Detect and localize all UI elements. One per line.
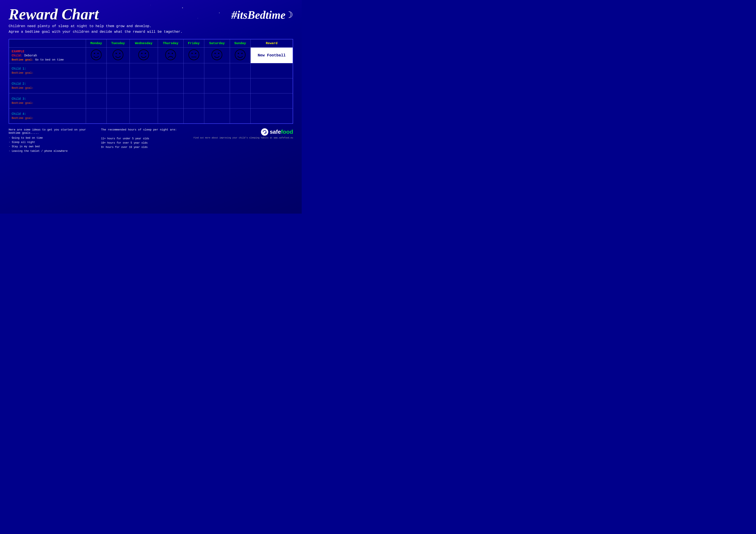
child4-wednesday <box>129 109 158 124</box>
child4-label: Child 4: <box>12 112 83 115</box>
col-header-reward: Reward <box>251 39 293 48</box>
child1-saturday <box>204 63 230 78</box>
example-saturday <box>204 48 230 63</box>
safefood-brand-text: safefood <box>270 129 293 135</box>
child1-label-cell: Child 1: Bedtime goal: <box>9 63 86 78</box>
svg-point-10 <box>168 53 170 54</box>
safefood-tagline: Find out more about improving your child… <box>194 137 293 139</box>
svg-point-9 <box>166 50 176 60</box>
page-title: Reward Chart <box>9 7 99 22</box>
child3-wednesday <box>129 93 158 109</box>
safefood-logo: safefood <box>261 128 293 136</box>
footer-idea-3: · Stay in my own bed <box>9 144 93 149</box>
child3-label-cell: Child 3: Bedtime goal: <box>9 93 86 109</box>
smiley-tuesday <box>112 49 124 61</box>
footer-idea-4: · Leaving the tablet / phone elsewhere <box>9 149 93 153</box>
child1-reward <box>251 63 293 78</box>
child1-goal-label: Bedtime goal: <box>12 71 83 74</box>
child4-label-cell: Child 4: Bedtime goal: <box>9 109 86 124</box>
footer-sleep-title: The recommended hours of sleep per night… <box>101 128 185 131</box>
svg-point-1 <box>94 53 95 54</box>
child2-friday <box>183 78 204 93</box>
child1-label: Child 1: <box>12 67 83 70</box>
svg-point-7 <box>141 53 143 54</box>
child4-tuesday <box>106 109 129 124</box>
footer-sleep-2: 10+ hours for over 5 year olds <box>101 141 185 145</box>
svg-point-0 <box>91 50 101 60</box>
col-header-tuesday: Tuesday <box>106 39 129 48</box>
child2-tuesday <box>106 78 129 93</box>
child1-wednesday <box>129 63 158 78</box>
smiley-monday <box>90 49 102 61</box>
example-goal-label: Bedtime goal: Go to bed on time <box>12 58 83 62</box>
svg-point-19 <box>235 50 245 60</box>
neutral-friday <box>188 49 200 61</box>
svg-point-13 <box>191 53 193 54</box>
child1-friday <box>183 63 204 78</box>
example-tuesday <box>106 48 129 63</box>
footer-branding: safefood Find out more about improving y… <box>194 128 293 139</box>
child1-thursday <box>158 63 183 78</box>
child4-thursday <box>158 109 183 124</box>
child2-thursday <box>158 78 183 93</box>
svg-point-3 <box>113 50 123 60</box>
star-5: · <box>150 4 151 6</box>
col-header-saturday: Saturday <box>204 39 230 48</box>
example-sunday <box>230 48 251 63</box>
child2-label-cell: Child 2: Bedtime goal: <box>9 78 86 93</box>
child3-friday <box>183 93 204 109</box>
example-wednesday <box>129 48 158 63</box>
col-header-label <box>9 39 86 48</box>
svg-point-2 <box>97 53 99 54</box>
col-header-thursday: Thursday <box>158 39 183 48</box>
header: Reward Chart #itsBedtime ☽ <box>9 7 293 22</box>
svg-point-22 <box>261 128 268 136</box>
child3-tuesday <box>106 93 129 109</box>
footer-ideas-title: Here are some ideas to get you started o… <box>9 128 93 135</box>
child3-reward <box>251 93 293 109</box>
example-tag: EXAMPLE <box>12 50 24 53</box>
example-monday <box>86 48 106 63</box>
svg-point-14 <box>195 53 196 54</box>
child2-saturday <box>204 78 230 93</box>
subtitle-line2: Agree a bedtime goal with your children … <box>9 29 293 35</box>
child2-goal-label: Bedtime goal: <box>12 86 83 89</box>
svg-point-5 <box>119 53 121 54</box>
child3-sunday <box>230 93 251 109</box>
child4-sunday <box>230 109 251 124</box>
svg-point-20 <box>238 53 239 54</box>
svg-point-6 <box>139 50 149 60</box>
table-row-example: EXAMPLE Child: Deborah Bedtime goal: Go … <box>9 48 293 63</box>
table-row-child1: Child 1: Bedtime goal: <box>9 63 293 78</box>
footer: Here are some ideas to get you started o… <box>9 128 293 154</box>
example-reward-text: New Football <box>258 53 286 58</box>
child2-wednesday <box>129 78 158 93</box>
smiley-wednesday <box>138 49 149 61</box>
svg-point-21 <box>241 53 243 54</box>
svg-point-16 <box>212 50 222 60</box>
col-header-sunday: Sunday <box>230 39 251 48</box>
child3-goal-label: Bedtime goal: <box>12 101 83 105</box>
col-header-wednesday: Wednesday <box>129 39 158 48</box>
example-label-cell: EXAMPLE Child: Deborah Bedtime goal: Go … <box>9 48 86 63</box>
example-child-label: Child: Deborah <box>12 54 83 57</box>
svg-point-4 <box>116 53 117 54</box>
subtitle-line1: Children need plenty of sleep at night t… <box>9 24 293 29</box>
table-row-child4: Child 4: Bedtime goal: <box>9 109 293 124</box>
child3-label: Child 3: <box>12 97 83 101</box>
footer-sleep: The recommended hours of sleep per night… <box>101 128 185 150</box>
moon-icon: ☽ <box>288 10 293 21</box>
page: ✦ · ✦ ✦ · · Reward Chart #itsBedtime ☽ C… <box>0 0 302 214</box>
reward-chart-table: Monday Tuesday Wednesday Thursday Friday… <box>9 39 293 124</box>
child1-sunday <box>230 63 251 78</box>
footer-idea-2: · Sleep all night <box>9 140 93 144</box>
table-row-child2: Child 2: Bedtime goal: <box>9 78 293 93</box>
child4-reward <box>251 109 293 124</box>
child4-goal-label: Bedtime goal: <box>12 116 83 120</box>
example-reward-cell: New Football <box>251 48 293 63</box>
subtitle: Children need plenty of sleep at night t… <box>9 24 293 35</box>
child1-monday <box>86 63 106 78</box>
example-friday <box>183 48 204 63</box>
child3-saturday <box>204 93 230 109</box>
col-header-monday: Monday <box>86 39 106 48</box>
